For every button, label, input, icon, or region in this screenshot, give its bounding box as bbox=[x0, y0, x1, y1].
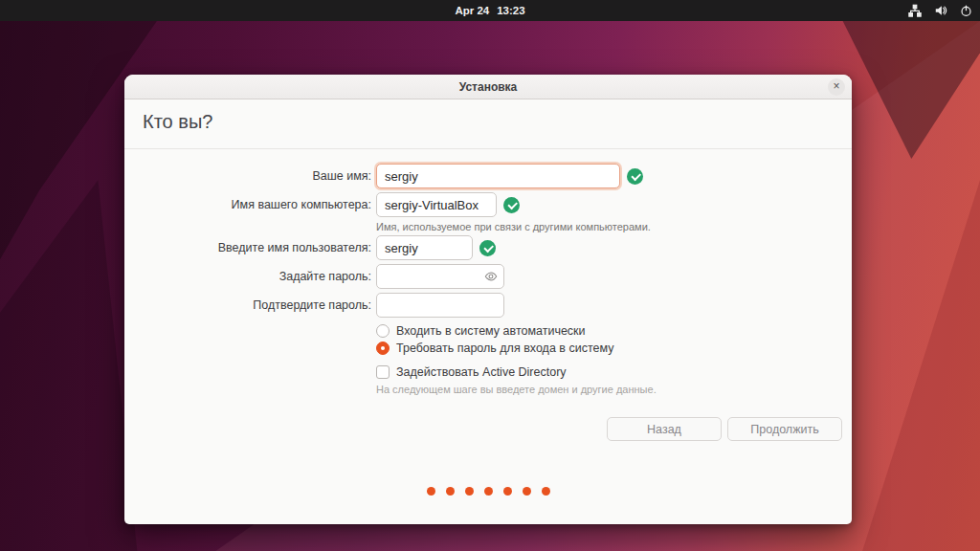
page-dot bbox=[484, 487, 493, 496]
computer-name-label: Имя вашего компьютера: bbox=[124, 198, 371, 211]
titlebar[interactable]: Установка × bbox=[124, 75, 852, 99]
username-input[interactable] bbox=[376, 235, 473, 260]
volume-icon bbox=[934, 4, 947, 17]
name-input[interactable] bbox=[376, 164, 620, 188]
name-label: Ваше имя: bbox=[124, 169, 371, 183]
header-divider bbox=[124, 148, 852, 149]
page-dot bbox=[503, 487, 512, 496]
close-button[interactable]: × bbox=[828, 78, 845, 96]
page-dot bbox=[427, 487, 435, 496]
back-button[interactable]: Назад bbox=[607, 417, 722, 441]
confirm-password-input[interactable] bbox=[376, 293, 504, 318]
clock-date: Apr 24 bbox=[455, 5, 489, 16]
computer-name-row: Имя вашего компьютера: bbox=[124, 192, 852, 217]
continue-button[interactable]: Продолжить bbox=[727, 417, 842, 441]
clock[interactable]: Apr 24 13:23 bbox=[455, 5, 524, 16]
top-bar: Apr 24 13:23 bbox=[0, 0, 980, 21]
confirm-password-label: Подтвердите пароль: bbox=[124, 298, 371, 312]
login-option-label: Требовать пароль для входа в систему bbox=[396, 342, 613, 355]
valid-check-icon bbox=[479, 240, 496, 256]
valid-check-icon bbox=[503, 197, 520, 213]
login-option-label: Входить в систему автоматически bbox=[396, 324, 586, 338]
username-row: Введите имя пользователя: bbox=[124, 235, 852, 260]
password-row: Задайте пароль: bbox=[124, 264, 852, 289]
clock-time: 13:23 bbox=[497, 5, 524, 16]
computer-name-input[interactable] bbox=[376, 192, 497, 217]
checkbox-icon[interactable] bbox=[376, 365, 390, 379]
page-title: Кто вы? bbox=[143, 111, 212, 133]
window-title: Установка bbox=[459, 80, 518, 94]
active-directory-label: Задействовать Active Directory bbox=[396, 365, 567, 379]
active-directory-option[interactable]: Задействовать Active Directory bbox=[376, 365, 567, 379]
name-row: Ваше имя: bbox=[124, 164, 852, 188]
page-dot bbox=[542, 487, 550, 496]
page-dot bbox=[446, 487, 455, 496]
system-tray[interactable] bbox=[908, 0, 972, 21]
show-password-eye-icon[interactable] bbox=[484, 270, 498, 287]
login-option-0[interactable]: Входить в систему автоматически bbox=[376, 324, 586, 338]
page-dots bbox=[124, 487, 852, 496]
power-icon bbox=[960, 5, 972, 17]
computer-name-helper: Имя, используемое при связи с другими ко… bbox=[376, 221, 651, 232]
confirm-password-row: Подтвердите пароль: bbox=[124, 293, 852, 318]
radio-icon[interactable] bbox=[376, 324, 390, 338]
network-wired-icon bbox=[908, 4, 922, 17]
nav-buttons: Назад Продолжить bbox=[607, 417, 842, 441]
password-label: Задайте пароль: bbox=[124, 270, 371, 283]
radio-icon[interactable] bbox=[376, 342, 390, 355]
installer-window: Установка × Кто вы? Ваше имя: Имя вашего… bbox=[124, 75, 852, 524]
login-option-1[interactable]: Требовать пароль для входа в систему bbox=[376, 342, 613, 355]
active-directory-helper: На следующем шаге вы введете домен и дру… bbox=[376, 384, 657, 395]
username-label: Введите имя пользователя: bbox=[124, 241, 371, 254]
desktop: Apr 24 13:23 bbox=[0, 0, 980, 551]
page-dot bbox=[523, 487, 531, 496]
page-dot bbox=[465, 487, 474, 496]
valid-check-icon bbox=[627, 168, 643, 185]
